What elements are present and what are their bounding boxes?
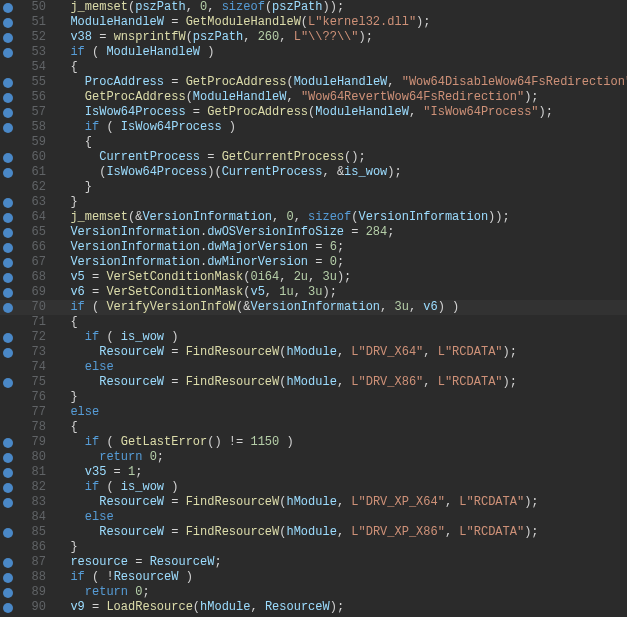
breakpoint-gutter[interactable]	[0, 483, 16, 493]
breakpoint-gutter[interactable]	[0, 123, 16, 133]
breakpoint-gutter[interactable]	[0, 48, 16, 58]
breakpoint-icon[interactable]	[3, 48, 13, 58]
breakpoint-gutter[interactable]	[0, 588, 16, 598]
breakpoint-icon[interactable]	[3, 3, 13, 13]
code-line[interactable]: 88 if ( !ResourceW )	[0, 570, 627, 585]
code-line[interactable]: 62 }	[0, 180, 627, 195]
breakpoint-icon[interactable]	[3, 483, 13, 493]
breakpoint-icon[interactable]	[3, 153, 13, 163]
code-line[interactable]: 65 VersionInformation.dwOSVersionInfoSiz…	[0, 225, 627, 240]
breakpoint-gutter[interactable]	[0, 78, 16, 88]
breakpoint-icon[interactable]	[3, 93, 13, 103]
code-content[interactable]: {	[52, 315, 78, 330]
breakpoint-gutter[interactable]	[0, 378, 16, 388]
code-content[interactable]: (IsWow64Process)(CurrentProcess, &is_wow…	[52, 165, 402, 180]
breakpoint-icon[interactable]	[3, 348, 13, 358]
breakpoint-icon[interactable]	[3, 288, 13, 298]
breakpoint-gutter[interactable]	[0, 498, 16, 508]
code-line[interactable]: 82 if ( is_wow )	[0, 480, 627, 495]
code-line[interactable]: 70 if ( VerifyVersionInfoW(&VersionInfor…	[0, 300, 627, 315]
code-content[interactable]: resource = ResourceW;	[52, 555, 222, 570]
breakpoint-icon[interactable]	[3, 498, 13, 508]
code-line[interactable]: 61 (IsWow64Process)(CurrentProcess, &is_…	[0, 165, 627, 180]
code-content[interactable]: VersionInformation.dwMinorVersion = 0;	[52, 255, 344, 270]
code-line[interactable]: 53 if ( ModuleHandleW )	[0, 45, 627, 60]
breakpoint-gutter[interactable]	[0, 18, 16, 28]
breakpoint-icon[interactable]	[3, 108, 13, 118]
breakpoint-icon[interactable]	[3, 528, 13, 538]
breakpoint-gutter[interactable]	[0, 573, 16, 583]
code-content[interactable]: {	[52, 60, 78, 75]
breakpoint-gutter[interactable]	[0, 453, 16, 463]
breakpoint-icon[interactable]	[3, 123, 13, 133]
code-line[interactable]: 69 v6 = VerSetConditionMask(v5, 1u, 3u);	[0, 285, 627, 300]
code-editor[interactable]: 50 j_memset(pszPath, 0, sizeof(pszPath))…	[0, 0, 627, 615]
breakpoint-icon[interactable]	[3, 243, 13, 253]
breakpoint-icon[interactable]	[3, 33, 13, 43]
breakpoint-gutter[interactable]	[0, 303, 16, 313]
code-content[interactable]: {	[52, 420, 78, 435]
code-content[interactable]: if ( ModuleHandleW )	[52, 45, 214, 60]
code-line[interactable]: 67 VersionInformation.dwMinorVersion = 0…	[0, 255, 627, 270]
code-content[interactable]: return 0;	[52, 585, 150, 600]
breakpoint-icon[interactable]	[3, 273, 13, 283]
code-line[interactable]: 89 return 0;	[0, 585, 627, 600]
code-content[interactable]: v6 = VerSetConditionMask(v5, 1u, 3u);	[52, 285, 337, 300]
breakpoint-gutter[interactable]	[0, 603, 16, 613]
code-line[interactable]: 84 else	[0, 510, 627, 525]
code-line[interactable]: 76 }	[0, 390, 627, 405]
code-content[interactable]: if ( VerifyVersionInfoW(&VersionInformat…	[52, 300, 459, 315]
code-line[interactable]: 71 {	[0, 315, 627, 330]
code-line[interactable]: 79 if ( GetLastError() != 1150 )	[0, 435, 627, 450]
code-content[interactable]: v9 = LoadResource(hModule, ResourceW);	[52, 600, 344, 615]
code-line[interactable]: 80 return 0;	[0, 450, 627, 465]
code-line[interactable]: 66 VersionInformation.dwMajorVersion = 6…	[0, 240, 627, 255]
breakpoint-icon[interactable]	[3, 603, 13, 613]
code-content[interactable]: j_memset(&VersionInformation, 0, sizeof(…	[52, 210, 510, 225]
breakpoint-gutter[interactable]	[0, 93, 16, 103]
code-content[interactable]: if ( is_wow )	[52, 330, 178, 345]
breakpoint-gutter[interactable]	[0, 558, 16, 568]
code-line[interactable]: 56 GetProcAddress(ModuleHandleW, "Wow64R…	[0, 90, 627, 105]
code-line[interactable]: 75 ResourceW = FindResourceW(hModule, L"…	[0, 375, 627, 390]
breakpoint-icon[interactable]	[3, 573, 13, 583]
breakpoint-icon[interactable]	[3, 303, 13, 313]
breakpoint-gutter[interactable]	[0, 3, 16, 13]
code-line[interactable]: 59 {	[0, 135, 627, 150]
code-line[interactable]: 64 j_memset(&VersionInformation, 0, size…	[0, 210, 627, 225]
code-content[interactable]: ResourceW = FindResourceW(hModule, L"DRV…	[52, 525, 539, 540]
breakpoint-icon[interactable]	[3, 468, 13, 478]
breakpoint-icon[interactable]	[3, 438, 13, 448]
code-line[interactable]: 85 ResourceW = FindResourceW(hModule, L"…	[0, 525, 627, 540]
code-content[interactable]: CurrentProcess = GetCurrentProcess();	[52, 150, 366, 165]
breakpoint-icon[interactable]	[3, 258, 13, 268]
breakpoint-gutter[interactable]	[0, 438, 16, 448]
code-content[interactable]: {	[52, 135, 92, 150]
code-content[interactable]: if ( !ResourceW )	[52, 570, 193, 585]
code-content[interactable]: if ( GetLastError() != 1150 )	[52, 435, 294, 450]
code-line[interactable]: 83 ResourceW = FindResourceW(hModule, L"…	[0, 495, 627, 510]
code-content[interactable]: VersionInformation.dwOSVersionInfoSize =…	[52, 225, 394, 240]
breakpoint-gutter[interactable]	[0, 348, 16, 358]
breakpoint-icon[interactable]	[3, 558, 13, 568]
breakpoint-icon[interactable]	[3, 588, 13, 598]
code-line[interactable]: 86 }	[0, 540, 627, 555]
breakpoint-gutter[interactable]	[0, 153, 16, 163]
code-line[interactable]: 54 {	[0, 60, 627, 75]
code-content[interactable]: return 0;	[52, 450, 164, 465]
code-content[interactable]: ResourceW = FindResourceW(hModule, L"DRV…	[52, 495, 539, 510]
code-content[interactable]: v5 = VerSetConditionMask(0i64, 2u, 3u);	[52, 270, 351, 285]
breakpoint-gutter[interactable]	[0, 243, 16, 253]
breakpoint-icon[interactable]	[3, 198, 13, 208]
breakpoint-gutter[interactable]	[0, 273, 16, 283]
code-content[interactable]: }	[52, 540, 78, 555]
code-line[interactable]: 77 else	[0, 405, 627, 420]
code-content[interactable]: j_memset(pszPath, 0, sizeof(pszPath));	[52, 0, 344, 15]
breakpoint-gutter[interactable]	[0, 33, 16, 43]
breakpoint-icon[interactable]	[3, 378, 13, 388]
code-content[interactable]: }	[52, 180, 92, 195]
breakpoint-icon[interactable]	[3, 18, 13, 28]
code-line[interactable]: 78 {	[0, 420, 627, 435]
code-line[interactable]: 50 j_memset(pszPath, 0, sizeof(pszPath))…	[0, 0, 627, 15]
breakpoint-gutter[interactable]	[0, 228, 16, 238]
